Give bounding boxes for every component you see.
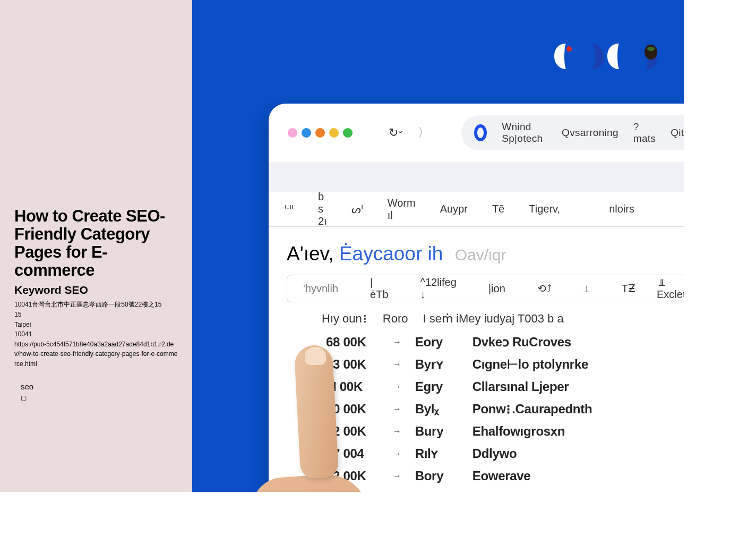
address-text: Wnind Sp|otech bbox=[502, 121, 547, 144]
list-item[interactable]: 32 00K→BoryEowerave bbox=[326, 465, 684, 487]
browser-window: ↻ᵕ 〉 Wnind Sp|otech Qvsarroning ?mats Qi… bbox=[269, 104, 684, 492]
toolbar-item[interactable]: ⤮ ⊥ưal ⊏⊐ bbox=[683, 190, 684, 228]
filter-extra[interactable]: TƵ bbox=[622, 282, 635, 295]
address-text: Qvsarroning bbox=[562, 127, 618, 139]
breadcrumb-tail: Oav/ιqr bbox=[455, 246, 506, 264]
sidebar: How to Create SEO-Friendly Category Page… bbox=[0, 0, 192, 492]
brand-logo bbox=[553, 42, 658, 70]
page-title: How to Create SEO-Friendly Category Page… bbox=[14, 207, 178, 279]
toolbar-item[interactable]: b s 2ı bbox=[318, 191, 327, 227]
keyword-term: Cllarsınal Ljeper bbox=[472, 379, 569, 394]
keyword-term: OhrepemsTurare bbox=[472, 491, 572, 492]
forward-icon[interactable]: 〉 bbox=[418, 125, 429, 141]
filter-bar: 'hyvnlih |ēTb ^12lifeg ↓ |ion ⟲⤴ ⟂ TƵ ⫫ … bbox=[287, 275, 684, 302]
page-url: https://pub-5c454f571b8e40a3a2aad27ade84… bbox=[14, 339, 178, 369]
list-item[interactable]: 13 00K→ByrʏCıgne⊢lo ptolynrke bbox=[326, 353, 684, 376]
metric-value: 13 00K bbox=[326, 357, 379, 372]
result-list: 68 00K→EoryDvkeɔ RuCroves13 00K→ByrʏCıgn… bbox=[269, 331, 684, 492]
address-bar[interactable]: Wnind Sp|otech Qvsarroning ?mats Qitl bbox=[461, 115, 684, 150]
glyph-icon: ▢ bbox=[21, 394, 178, 402]
dot-icon bbox=[288, 128, 297, 138]
toolbar-item[interactable]: Worm ıl bbox=[388, 197, 416, 222]
zip: 10041 bbox=[14, 329, 178, 339]
breadcrumb-root[interactable]: A'ıev, bbox=[287, 243, 339, 265]
loading-ring-icon bbox=[474, 124, 487, 141]
keyword-term: Dvkeɔ RuCroves bbox=[472, 335, 571, 350]
keyword-term: Eowerave bbox=[472, 469, 531, 483]
svg-point-2 bbox=[647, 47, 655, 51]
tag: seo bbox=[21, 382, 178, 391]
metric-value: S0 00K bbox=[326, 491, 379, 492]
page-subtitle: Keyword SEO bbox=[14, 284, 178, 296]
toolbar-item[interactable]: nloirs bbox=[609, 203, 634, 215]
keyword-short: Rılʏ bbox=[415, 446, 459, 461]
arrow-icon: → bbox=[393, 449, 401, 458]
metric-value: 68 00K bbox=[326, 335, 379, 350]
address-number: 15 bbox=[14, 310, 178, 320]
keyword-term: Ddlywo bbox=[472, 446, 517, 461]
arrow-icon: → bbox=[393, 427, 401, 436]
toolbar-item[interactable]: Tigerv, bbox=[529, 203, 560, 215]
toolbar: ᒡᑊᑊ b s 2ı ᔕᑊ Worm ıl Auypr Tē Tigerv, n… bbox=[269, 192, 684, 227]
window-controls[interactable] bbox=[288, 128, 353, 138]
dot-icon bbox=[302, 128, 311, 138]
context-item: Hıy oun⫶ bbox=[322, 312, 368, 326]
address-text: Qitl bbox=[671, 127, 684, 139]
toolbar-item[interactable]: ᒡᑊᑊ bbox=[285, 203, 294, 216]
keyword-short: Byrʏ bbox=[415, 357, 459, 372]
city: Taipei bbox=[14, 320, 178, 330]
breadcrumb: A'ıev, Ėaycaoor ih Oav/ιqr bbox=[269, 227, 684, 275]
context-item: Roro bbox=[383, 312, 408, 326]
list-item[interactable]: 8I 00K→EgryCllarsınal Ljeper bbox=[326, 376, 684, 398]
filter-extra[interactable]: ⫫ Excleton bbox=[657, 276, 684, 301]
filter-pill[interactable]: |ēTb bbox=[354, 276, 404, 301]
keyword-short: Egry bbox=[415, 379, 459, 394]
metric-value: 17 004 bbox=[326, 446, 379, 461]
list-item[interactable]: 17 004→RılʏDdlywo bbox=[326, 443, 684, 465]
list-item[interactable]: 80 00K→BylᵪPonw⫶.Caurapednth bbox=[326, 398, 684, 420]
context-row: Hıy oun⫶ Roro I seṁ iMey iudyaj T003 b a bbox=[269, 302, 684, 331]
svg-point-0 bbox=[566, 46, 572, 52]
toolbar-item[interactable]: ᔕᑊ bbox=[351, 203, 363, 216]
keyword-term: Ehalfowıgrosxn bbox=[472, 424, 565, 439]
context-item: I seṁ iMey iudyaj T003 b a bbox=[423, 312, 564, 326]
arrow-icon: → bbox=[393, 337, 401, 347]
refresh-icon[interactable]: ↻ᵕ bbox=[389, 126, 403, 140]
toolbar-item[interactable]: Tē bbox=[492, 203, 504, 215]
keyword-short: Eory bbox=[415, 335, 459, 350]
keyword-term: Ponw⫶.Caurapednth bbox=[472, 402, 592, 416]
list-item[interactable]: 68 00K→EoryDvkeɔ RuCroves bbox=[326, 331, 684, 353]
arrow-icon: → bbox=[393, 360, 401, 369]
tab-strip bbox=[269, 162, 684, 192]
filter-mark-icon[interactable]: ⟂ bbox=[568, 283, 606, 295]
arrow-icon: → bbox=[393, 382, 401, 392]
filter-input[interactable]: 'hyvnlih bbox=[287, 283, 354, 295]
dot-icon bbox=[343, 128, 353, 138]
metric-value: 32 00K bbox=[326, 469, 379, 483]
dot-icon bbox=[315, 128, 325, 138]
keyword-short: Bylᵪ bbox=[415, 402, 459, 416]
address-text: ?mats bbox=[633, 121, 656, 144]
metric-value: 8I 00K bbox=[326, 379, 379, 394]
filter-dropdown[interactable]: ^12lifeg ↓ bbox=[405, 276, 472, 301]
metric-value: 32 00K bbox=[326, 424, 379, 439]
arrow-icon: → bbox=[393, 471, 401, 481]
breadcrumb-active[interactable]: Ėaycaoor ih bbox=[339, 243, 443, 265]
list-item[interactable]: 32 00K→BuryEhalfowıgrosxn bbox=[326, 420, 684, 443]
toolbar-item[interactable]: Auypr bbox=[440, 203, 468, 215]
keyword-short: Bory bbox=[415, 469, 459, 483]
address-line: 10041台灣台北市中正區忠孝西路一段50號22樓之15 bbox=[14, 300, 178, 310]
filter-pill[interactable]: |ion bbox=[472, 283, 521, 295]
titlebar: ↻ᵕ 〉 Wnind Sp|otech Qvsarroning ?mats Qi… bbox=[269, 104, 684, 162]
keyword-short: Bury bbox=[415, 424, 459, 439]
arrow-icon: → bbox=[393, 404, 401, 414]
hero-area: ↻ᵕ 〉 Wnind Sp|otech Qvsarroning ?mats Qi… bbox=[192, 0, 684, 492]
metric-value: 80 00K bbox=[326, 402, 379, 416]
keyword-term: Cıgne⊢lo ptolynrke bbox=[472, 357, 588, 372]
list-item[interactable]: S0 00K→NillyOhrepemsTurare bbox=[326, 487, 684, 492]
filter-icon[interactable]: ⟲⤴ bbox=[521, 282, 568, 295]
keyword-short: Nilly bbox=[415, 491, 459, 492]
dot-icon bbox=[329, 128, 339, 138]
